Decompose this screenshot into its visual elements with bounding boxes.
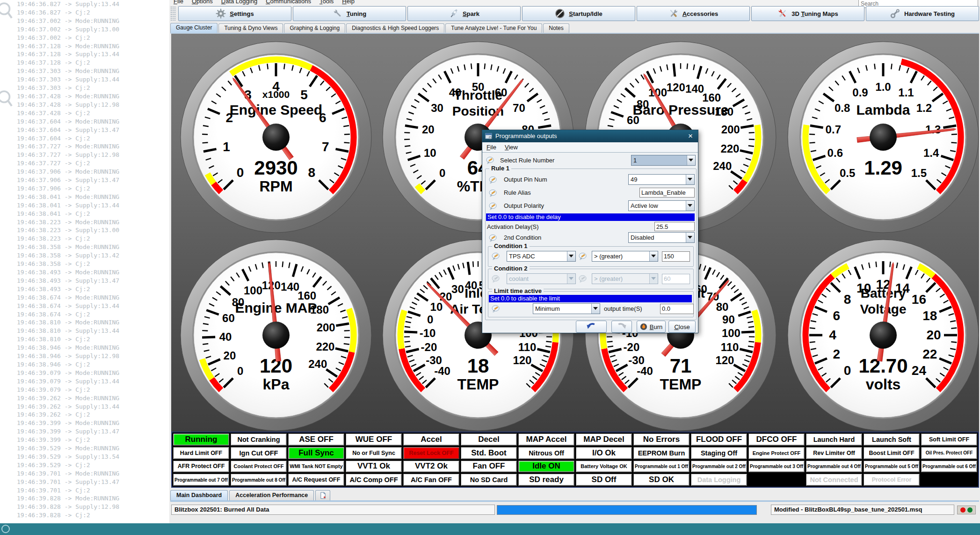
log-line: 19:46:38.674 -> Mode:RUNNING [17, 293, 169, 302]
log-line: 19:46:38.946 -> Supply:12.98 [17, 352, 169, 360]
condition1-threshold-field[interactable]: 150 [662, 251, 690, 262]
edit-balloon-icon [489, 176, 498, 184]
svg-text:0.5: 0.5 [840, 167, 855, 179]
activation-delay-field[interactable]: 25.5 [654, 222, 695, 231]
indicator-staging-off: Staging Off [691, 447, 747, 459]
tab-diagnostics-high-speed-loggers[interactable]: Diagnostics & High Speed Loggers [346, 23, 444, 33]
gauge-title: Battery [861, 286, 906, 300]
tab-graphing-logging[interactable]: Graphing & Logging [284, 23, 345, 33]
menu-item-file[interactable]: File [169, 0, 188, 5]
indicator-afr-protect-off: AFR Protect OFF [173, 461, 229, 473]
log-line: 19:46:38.493 -> Mode:RUNNING [17, 268, 169, 277]
log-line: 19:46:39.828 -> Cj:2 [17, 511, 169, 520]
close-icon[interactable]: × [686, 130, 695, 142]
toolbar-button-tuning[interactable]: Tuning [293, 6, 406, 21]
svg-text:240: 240 [713, 160, 732, 172]
log-line: 19:46:39.262 -> Supply:13.44 [17, 403, 169, 411]
programmable-outputs-dialog: Programmable outputs × FileView Select R… [482, 130, 698, 333]
menu-item-help[interactable]: Help [338, 0, 359, 5]
chevron-down-icon[interactable] [686, 201, 694, 211]
svg-text:60: 60 [222, 312, 235, 324]
indicator-programmable-out-3-off: Programmable out 3 Off [748, 461, 805, 473]
toolbar-button-hardware-testing[interactable]: Hardware Testing [866, 6, 979, 21]
log-line: 19:46:39.529 -> Cj:2 [17, 461, 169, 469]
menu-item-data-logging[interactable]: Data Logging [217, 0, 261, 5]
toolbar-button-accessories[interactable]: Accessories [637, 6, 750, 21]
chevron-down-icon[interactable] [567, 251, 575, 261]
svg-text:140: 140 [685, 82, 704, 95]
redo-button[interactable] [611, 321, 632, 333]
toolbar-button-settings[interactable]: Settings [178, 6, 291, 21]
log-line: 19:46:37.906 -> Mode:RUNNING [17, 168, 169, 176]
svg-text:1.2: 1.2 [916, 102, 932, 114]
svg-text:7: 7 [322, 139, 329, 154]
toolbar-drag-handle[interactable] [170, 6, 176, 21]
chevron-down-icon[interactable] [686, 175, 694, 184]
gauge-unit: TEMP [457, 376, 499, 393]
select-rule-label: Select Rule Number [500, 156, 554, 165]
output-pin-combo[interactable]: 49 [628, 174, 695, 185]
dialog-menu-view[interactable]: View [501, 144, 522, 151]
chevron-down-icon[interactable] [686, 233, 694, 242]
dialog-titlebar[interactable]: Programmable outputs × [482, 130, 698, 142]
svg-text:16: 16 [912, 292, 926, 307]
limit-mode-combo[interactable]: Minimum [533, 303, 600, 314]
dialog-menu-file[interactable]: File [482, 144, 501, 151]
tab-gauge-cluster[interactable]: Gauge Cluster [170, 23, 218, 33]
menu-item-tools[interactable]: Tools [315, 0, 338, 5]
svg-text:-30: -30 [628, 354, 645, 366]
tab-tuning-dyno-views[interactable]: Tuning & Dyno Views [218, 23, 283, 33]
undo-button[interactable] [576, 321, 607, 333]
indicator-launch-hard: Launch Hard [806, 433, 862, 446]
tab-tune-analyze-live-tune-for-you[interactable]: Tune Analyze Live! - Tune For You [445, 23, 542, 33]
log-line: 19:46:37.604 -> Cj:2 [17, 134, 169, 143]
log-line: 19:46:37.428 -> Cj:2 [17, 109, 169, 117]
svg-text:90: 90 [722, 313, 735, 326]
indicator-no-sd-card: No SD Card [461, 474, 517, 486]
indicator-data-logging: Data Logging [691, 474, 747, 486]
svg-text:5: 5 [300, 88, 308, 102]
toolbar-button-3d-tuning-maps[interactable]: 3D Tuning Maps [751, 6, 864, 21]
burn-button[interactable]: Burn [637, 321, 666, 333]
log-line: 19:46:39.828 -> Supply:12.98 [17, 503, 169, 511]
menu-item-communications[interactable]: Communications [261, 0, 315, 5]
indicator-programmable-out-8-off: Programmable out 8 Off [231, 474, 287, 486]
dashboard-tab-main-dashboard[interactable]: Main Dashboard [170, 490, 228, 500]
indicator-grid: RunningNot CrankingASE OFFWUE OFFAccelDe… [171, 432, 979, 488]
dashboard-tab-acceleration-performance[interactable]: Acceleration Performance [229, 490, 314, 500]
svg-text:2: 2 [833, 347, 840, 361]
close-button[interactable]: Close [668, 321, 696, 333]
chevron-down-icon[interactable] [649, 251, 658, 261]
indicator-oil-pres-protect-off: Oil Pres. Protect OFF [921, 447, 977, 459]
condition1-operator-combo[interactable]: > (greater) [592, 251, 658, 262]
tab-notes[interactable]: Notes [543, 23, 569, 33]
svg-text:220: 220 [720, 142, 739, 155]
log-line: 19:46:38.810 -> Supply:13.44 [17, 327, 169, 335]
toolbar-button-startup-idle[interactable]: Startup/Idle [522, 6, 635, 21]
condition1-channel-combo[interactable]: TPS ADC [507, 251, 576, 262]
magnifier-icon [0, 90, 13, 109]
rule-alias-field[interactable]: Lambda_Enable [639, 188, 695, 198]
indicator-battery-voltage-ok: Battery Voltage OK [576, 461, 632, 473]
chevron-down-icon[interactable] [591, 304, 600, 314]
indicator-sd-ready: SD ready [518, 474, 574, 486]
gauge-subtitle: x1000 [262, 89, 290, 100]
indicator-nitrous-off: Nitrous Off [518, 447, 574, 459]
select-rule-combo[interactable]: 1 [631, 155, 696, 166]
log-line: 19:46:36.827 -> Cj:2 [17, 8, 169, 17]
output-time-field[interactable]: 0.0 [660, 304, 694, 314]
log-line: 19:46:38.674 -> Supply:13.44 [17, 302, 169, 310]
second-condition-combo[interactable]: Disabled [628, 232, 695, 243]
output-polarity-combo[interactable]: Active low [628, 200, 695, 211]
log-line: 19:46:39.701 -> Cj:2 [17, 486, 169, 495]
indicator-ase-off: ASE OFF [288, 433, 344, 446]
toolbar-button-label: Accessories [682, 10, 719, 17]
log-line: 19:46:39.399 -> Mode:RUNNING [17, 419, 169, 427]
gear-icon [216, 8, 226, 19]
gauge-engine-speed: 012345678x1000Engine Speed2930RPM [178, 39, 374, 235]
toolbar-button-spark[interactable]: Spark [407, 6, 521, 21]
indicator-no-or-full-sync: No or Full Sync [346, 447, 402, 459]
chevron-down-icon[interactable] [687, 155, 695, 165]
new-dashboard-tab[interactable] [315, 490, 330, 500]
menu-item-options[interactable]: Options [188, 0, 217, 5]
